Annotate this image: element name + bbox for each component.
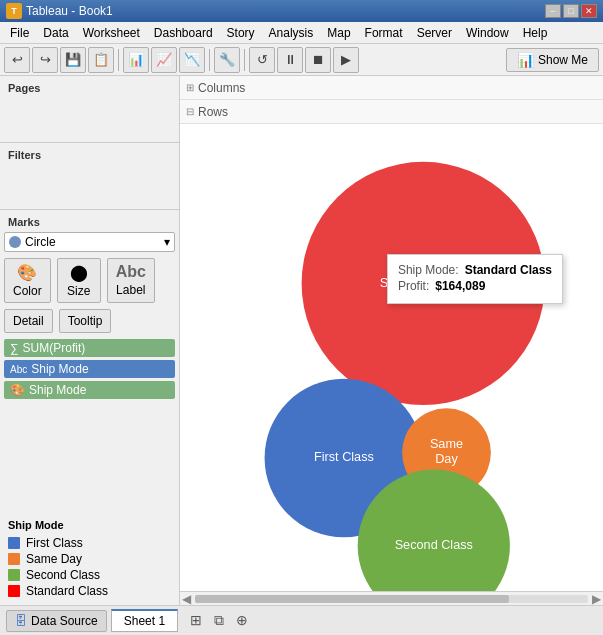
bubble-label-same-day-1: Same bbox=[430, 437, 463, 451]
rows-label: Rows bbox=[198, 105, 228, 119]
pages-label: Pages bbox=[4, 80, 175, 98]
scroll-left-icon[interactable]: ◀ bbox=[182, 592, 191, 606]
marks-label: Marks bbox=[4, 214, 175, 232]
toolbar-chart2[interactable]: 📈 bbox=[151, 47, 177, 73]
menu-bar: File Data Worksheet Dashboard Story Anal… bbox=[0, 22, 603, 44]
bubble-label-same-day-2: Day bbox=[435, 452, 458, 466]
legend-color-second-class bbox=[8, 569, 20, 581]
toolbar-pause[interactable]: ⏸ bbox=[277, 47, 303, 73]
legend-label-second-class: Second Class bbox=[26, 568, 100, 582]
legend-color-first-class bbox=[8, 537, 20, 549]
menu-dashboard[interactable]: Dashboard bbox=[148, 24, 219, 42]
duplicate-icon[interactable]: ⧉ bbox=[210, 610, 228, 631]
tooltip-profit-label: Profit: bbox=[398, 279, 429, 293]
new-sheet-icon[interactable]: ⊞ bbox=[186, 610, 206, 631]
show-me-label: Show Me bbox=[538, 53, 588, 67]
datasource-tab[interactable]: 🗄 Data Source bbox=[6, 610, 107, 632]
main-layout: Pages Filters Marks Circle ▾ 🎨 Color bbox=[0, 76, 603, 605]
detail-button[interactable]: Detail bbox=[4, 309, 53, 333]
size-button[interactable]: ⬤ Size bbox=[57, 258, 101, 303]
legend-label-first-class: First Class bbox=[26, 536, 83, 550]
legend-title: Ship Mode bbox=[8, 519, 171, 531]
menu-format[interactable]: Format bbox=[359, 24, 409, 42]
toolbar-chart1[interactable]: 📊 bbox=[123, 47, 149, 73]
legend-color-standard-class bbox=[8, 585, 20, 597]
marks-section: Marks Circle ▾ 🎨 Color ⬤ Size Abc bbox=[0, 210, 179, 513]
legend-label-standard-class: Standard Class bbox=[26, 584, 108, 598]
color-icon: 🎨 bbox=[17, 263, 37, 282]
toolbar-stop[interactable]: ⏹ bbox=[305, 47, 331, 73]
columns-grid-icon: ⊞ bbox=[186, 82, 194, 93]
menu-story[interactable]: Story bbox=[221, 24, 261, 42]
menu-analysis[interactable]: Analysis bbox=[263, 24, 320, 42]
menu-file[interactable]: File bbox=[4, 24, 35, 42]
tooltip-profit-value: $164,089 bbox=[435, 279, 485, 293]
maximize-button[interactable]: □ bbox=[563, 4, 579, 18]
detail-label: Detail bbox=[13, 314, 44, 328]
chart-area[interactable]: Standard Class First Class Same Day Seco… bbox=[180, 124, 603, 591]
marks-pills: ∑ SUM(Profit) Abc Ship Mode 🎨 Ship Mode bbox=[4, 339, 175, 399]
menu-map[interactable]: Map bbox=[321, 24, 356, 42]
menu-window[interactable]: Window bbox=[460, 24, 515, 42]
menu-worksheet[interactable]: Worksheet bbox=[77, 24, 146, 42]
label-text-label: Label bbox=[116, 283, 145, 297]
marks-type-label: Circle bbox=[25, 235, 56, 249]
ship-mode-pill-1[interactable]: Abc Ship Mode bbox=[4, 360, 175, 378]
toolbar-undo[interactable]: ↩ bbox=[4, 47, 30, 73]
toolbar-filter[interactable]: 🔧 bbox=[214, 47, 240, 73]
marks-buttons: 🎨 Color ⬤ Size Abc Label bbox=[4, 258, 175, 303]
tooltip-ship-mode-label: Ship Mode: bbox=[398, 263, 459, 277]
marks-type-dropdown[interactable]: Circle ▾ bbox=[4, 232, 175, 252]
sheet-label: Sheet 1 bbox=[124, 614, 165, 628]
menu-data[interactable]: Data bbox=[37, 24, 74, 42]
marks-circle-icon bbox=[9, 236, 21, 248]
sum-icon: ∑ bbox=[10, 341, 19, 355]
rows-row: ⊟ Rows bbox=[180, 100, 603, 124]
sum-profit-pill[interactable]: ∑ SUM(Profit) bbox=[4, 339, 175, 357]
toolbar-save[interactable]: 💾 bbox=[60, 47, 86, 73]
show-me-button[interactable]: 📊 Show Me bbox=[506, 48, 599, 72]
ship-mode-label-1: Ship Mode bbox=[31, 362, 88, 376]
size-label: Size bbox=[67, 284, 90, 298]
tooltip-ship-mode-value: Standard Class bbox=[465, 263, 552, 277]
color-label: Color bbox=[13, 284, 42, 298]
toolbar-sep3 bbox=[244, 49, 245, 71]
bottom-bar: 🗄 Data Source Sheet 1 ⊞ ⧉ ⊕ bbox=[0, 605, 603, 635]
h-scrollbar[interactable]: ◀ ▶ bbox=[180, 591, 603, 605]
legend-item-standard-class: Standard Class bbox=[8, 583, 171, 599]
color-dot-icon: 🎨 bbox=[10, 383, 25, 397]
legend-label-same-day: Same Day bbox=[26, 552, 82, 566]
toolbar: ↩ ↪ 💾 📋 📊 📈 📉 🔧 ↺ ⏸ ⏹ ▶ 📊 Show Me bbox=[0, 44, 603, 76]
toolbar-run[interactable]: ▶ bbox=[333, 47, 359, 73]
scroll-right-icon[interactable]: ▶ bbox=[592, 592, 601, 606]
color-button[interactable]: 🎨 Color bbox=[4, 258, 51, 303]
toolbar-redo[interactable]: ↪ bbox=[32, 47, 58, 73]
size-icon: ⬤ bbox=[70, 263, 88, 282]
rows-grid-icon: ⊟ bbox=[186, 106, 194, 117]
left-panel: Pages Filters Marks Circle ▾ 🎨 Color bbox=[0, 76, 180, 605]
app-title: Tableau - Book1 bbox=[26, 4, 113, 18]
menu-server[interactable]: Server bbox=[411, 24, 458, 42]
menu-help[interactable]: Help bbox=[517, 24, 554, 42]
show-me-icon: 📊 bbox=[517, 52, 534, 68]
sheet-tab[interactable]: Sheet 1 bbox=[111, 609, 178, 632]
minimize-button[interactable]: − bbox=[545, 4, 561, 18]
add-icon[interactable]: ⊕ bbox=[232, 610, 252, 631]
toolbar-new[interactable]: 📋 bbox=[88, 47, 114, 73]
ship-mode-pill-2[interactable]: 🎨 Ship Mode bbox=[4, 381, 175, 399]
scroll-track[interactable] bbox=[195, 595, 588, 603]
scroll-thumb[interactable] bbox=[195, 595, 509, 603]
datasource-icon: 🗄 bbox=[15, 614, 27, 628]
label-button[interactable]: Abc Label bbox=[107, 258, 155, 303]
filters-label: Filters bbox=[4, 147, 175, 165]
datasource-label: Data Source bbox=[31, 614, 98, 628]
chevron-down-icon: ▾ bbox=[164, 235, 170, 249]
tooltip-button[interactable]: Tooltip bbox=[59, 309, 112, 333]
toolbar-sep2 bbox=[209, 49, 210, 71]
title-bar: T Tableau - Book1 − □ ✕ bbox=[0, 0, 603, 22]
bottom-icons: ⊞ ⧉ ⊕ bbox=[186, 610, 252, 631]
toolbar-chart3[interactable]: 📉 bbox=[179, 47, 205, 73]
close-button[interactable]: ✕ bbox=[581, 4, 597, 18]
legend-item-second-class: Second Class bbox=[8, 567, 171, 583]
toolbar-refresh[interactable]: ↺ bbox=[249, 47, 275, 73]
